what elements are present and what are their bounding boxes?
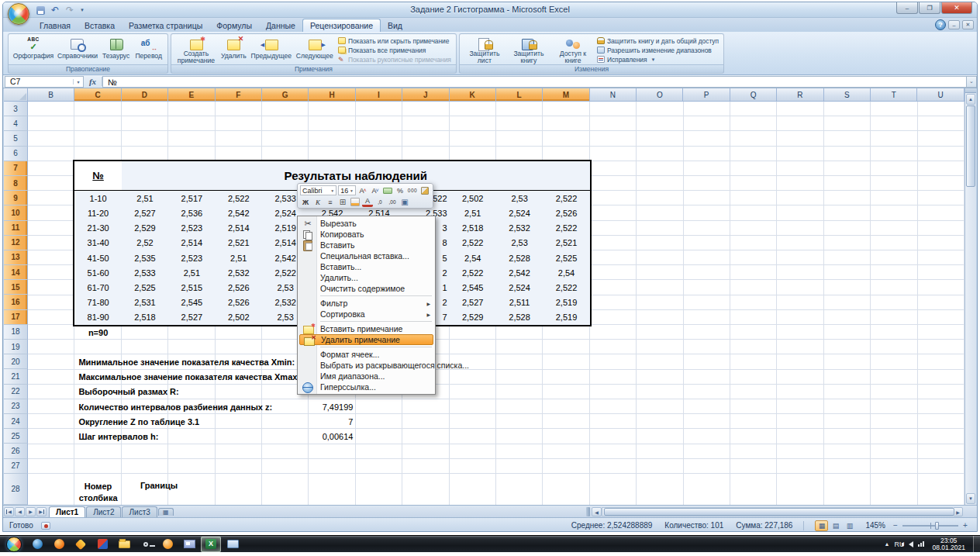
row-header-7[interactable]: 7 [4, 161, 28, 176]
shrink-font-button[interactable]: A [370, 185, 381, 195]
close-button[interactable]: ✕ [941, 2, 972, 14]
track-changes-button[interactable]: Исправления▼ [595, 55, 720, 64]
cell-K14[interactable]: 2,522 [450, 265, 496, 280]
column-header-F[interactable]: F [216, 88, 262, 102]
cell-F10[interactable]: 2,542 [216, 205, 262, 220]
cell-K10[interactable]: 2,51 [450, 205, 496, 220]
column-header-Q[interactable]: Q [730, 88, 777, 102]
cell-C18[interactable]: n=90 [74, 325, 121, 340]
scroll-down-icon[interactable]: ▼ [966, 493, 975, 504]
cell-L12[interactable]: 2,53 [496, 236, 543, 250]
cell-D9[interactable]: 2,51 [122, 191, 168, 205]
cell-L14[interactable]: 2,542 [496, 265, 543, 280]
column-header-E[interactable]: E [168, 88, 215, 102]
hidden-icons-icon[interactable]: ▲ [885, 541, 890, 547]
cell-K13[interactable]: 2,54 [450, 250, 496, 265]
cell-K17[interactable]: 2,529 [450, 310, 496, 325]
office-button[interactable] [8, 3, 29, 25]
column-header-B[interactable]: B [28, 88, 74, 102]
cell-M9[interactable]: 2,522 [543, 191, 589, 205]
sheet-tab-1[interactable]: Лист1 [49, 506, 85, 518]
column-header-G[interactable]: G [262, 88, 309, 102]
row-header-16[interactable]: 16 [4, 295, 28, 309]
row-header-17[interactable]: 17 [4, 310, 28, 325]
column-header-C[interactable]: C [74, 88, 121, 102]
cell-D10[interactable]: 2,527 [122, 205, 168, 220]
protect-workbook-button[interactable]: Защитить книгу [507, 35, 550, 65]
row-header-21[interactable]: 21 [4, 369, 28, 384]
select-all-button[interactable] [4, 88, 28, 102]
cell-C14[interactable]: 51-60 [74, 265, 121, 280]
network-icon[interactable] [918, 541, 924, 547]
show-ink-button[interactable]: Показать рукописные примечания [336, 55, 453, 64]
horizontal-scroll-track[interactable] [602, 507, 953, 516]
row-header-14[interactable]: 14 [4, 265, 28, 280]
menu-item-format-cells[interactable]: Формат ячеек... [299, 349, 433, 360]
new-comment-button[interactable]: Создать примечание [174, 35, 218, 65]
volume-icon[interactable] [909, 541, 913, 547]
cell-C11[interactable]: 21-30 [74, 221, 121, 236]
cell-D28[interactable]: Границы [122, 481, 196, 490]
column-header-D[interactable]: D [122, 88, 168, 102]
cell-K11[interactable]: 2,518 [450, 221, 496, 236]
macro-record-icon[interactable] [41, 522, 50, 530]
taskbar-icon-keys-app[interactable] [136, 537, 156, 552]
row-header-8[interactable]: 8 [4, 176, 28, 191]
cell-L13[interactable]: 2,528 [496, 250, 543, 265]
cell-K12[interactable]: 2,522 [450, 236, 496, 250]
split-handle[interactable] [965, 88, 976, 93]
font-size-select[interactable]: 16▼ [338, 185, 356, 195]
font-name-select[interactable]: Calibri▼ [300, 185, 336, 195]
row-header-19[interactable]: 19 [4, 340, 28, 354]
cell-M17[interactable]: 2,519 [543, 310, 589, 325]
ribbon-tab-formulas[interactable]: Формулы [209, 19, 259, 32]
taskbar-icon-firefox[interactable] [49, 537, 69, 552]
cell-E16[interactable]: 2,545 [168, 295, 215, 310]
cell-M12[interactable]: 2,521 [543, 236, 589, 250]
menu-item-insert-cells[interactable]: Вставить... [299, 261, 433, 272]
cell-D12[interactable]: 2,52 [122, 236, 168, 250]
cell-M10[interactable]: 2,526 [543, 205, 589, 220]
cell-D15[interactable]: 2,525 [122, 280, 168, 295]
row-header-6[interactable]: 6 [4, 147, 28, 161]
show-all-comments-button[interactable]: Показать все примечания [336, 46, 453, 54]
maximize-button[interactable]: ❐ [919, 2, 940, 14]
cell-L9[interactable]: 2,53 [496, 191, 543, 205]
taskbar-icon-image-viewer[interactable] [179, 537, 199, 552]
cell-E11[interactable]: 2,523 [168, 221, 215, 236]
cell-D11[interactable]: 2,529 [122, 221, 168, 236]
column-header-O[interactable]: O [637, 88, 683, 102]
column-header-I[interactable]: I [356, 88, 402, 102]
last-sheet-icon[interactable]: ▶ [36, 507, 47, 516]
cell-F14[interactable]: 2,532 [216, 265, 262, 280]
sheet-tab-3[interactable]: Лист3 [122, 506, 157, 518]
name-box-dropdown-icon[interactable]: ▾ [73, 79, 83, 85]
row-header-22[interactable]: 22 [4, 385, 28, 399]
cell-C17[interactable]: 81-90 [74, 310, 121, 325]
column-header-T[interactable]: T [871, 88, 917, 102]
cell-E14[interactable]: 2,51 [168, 265, 215, 280]
font-color-button[interactable]: А [362, 198, 373, 207]
vertical-scroll-track[interactable] [966, 105, 975, 492]
cell-M14[interactable]: 2,54 [543, 265, 589, 280]
row-header-3[interactable]: 3 [4, 102, 28, 116]
row-header-4[interactable]: 4 [4, 116, 28, 131]
cell-C12[interactable]: 31-40 [74, 236, 121, 250]
row-header-12[interactable]: 12 [4, 236, 28, 250]
zoom-level[interactable]: 145% [865, 521, 885, 530]
zoom-out-icon[interactable]: − [892, 521, 899, 530]
ribbon-tab-view[interactable]: Вид [381, 19, 409, 32]
column-header-K[interactable]: K [450, 88, 496, 102]
cell-K16[interactable]: 2,527 [450, 295, 496, 310]
bold-button[interactable]: Ж [300, 197, 311, 207]
ribbon-tab-page-layout[interactable]: Разметка страницы [122, 19, 209, 32]
column-header-J[interactable]: J [402, 88, 449, 102]
cell-E13[interactable]: 2,523 [168, 250, 215, 265]
next-sheet-icon[interactable]: ▶ [26, 507, 36, 516]
previous-sheet-icon[interactable]: ◀ [15, 507, 25, 516]
formula-input[interactable]: № [102, 76, 966, 88]
row-header-11[interactable]: 11 [4, 221, 28, 236]
menu-item-paste[interactable]: Вставить [299, 240, 433, 250]
grow-font-button[interactable]: A [357, 185, 368, 195]
column-header-U[interactable]: U [917, 88, 964, 102]
